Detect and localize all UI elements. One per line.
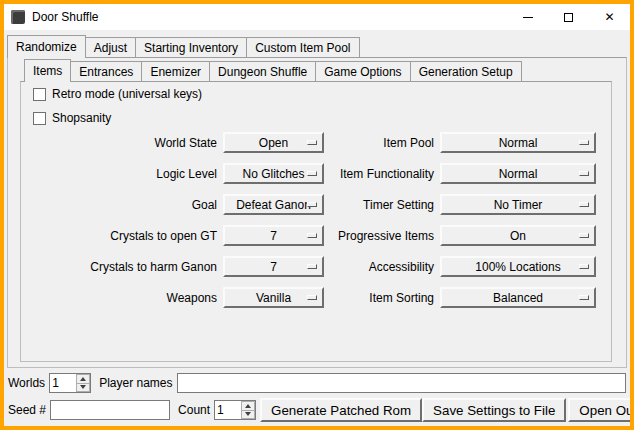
- dropdown-indicator-icon: [579, 264, 589, 269]
- minimize-icon: [523, 17, 533, 18]
- crystals-harm-ganon-dropdown[interactable]: 7: [223, 256, 324, 277]
- checkbox-icon: [33, 88, 46, 101]
- world-state-dropdown[interactable]: Open: [223, 132, 324, 153]
- tab-game-options-label: Game Options: [324, 65, 401, 79]
- tab-starting-inventory[interactable]: Starting Inventory: [135, 37, 247, 57]
- worlds-label: Worlds: [8, 376, 45, 390]
- generate-patched-rom-button[interactable]: Generate Patched Rom: [260, 398, 422, 422]
- accessibility-dropdown[interactable]: 100% Locations: [440, 256, 596, 277]
- shopsanity-checkbox[interactable]: Shopsanity: [33, 110, 111, 126]
- tab-starting-inventory-label: Starting Inventory: [144, 41, 238, 55]
- close-button[interactable]: ✕: [589, 4, 630, 30]
- minimize-button[interactable]: [507, 4, 548, 30]
- dropdown-indicator-icon: [307, 295, 317, 300]
- tab-entrances[interactable]: Entrances: [70, 61, 142, 81]
- maximize-button[interactable]: [548, 4, 589, 30]
- titlebar: Door Shuffle ✕: [4, 4, 630, 30]
- dropdown-indicator-icon: [579, 202, 589, 207]
- weapons-label: Weapons: [21, 291, 217, 305]
- accessibility-value: 100% Locations: [475, 260, 560, 274]
- goal-label: Goal: [21, 198, 217, 212]
- tab-custom-item-pool[interactable]: Custom Item Pool: [246, 37, 359, 57]
- tab-adjust-label: Adjust: [94, 41, 127, 55]
- dropdown-indicator-icon: [579, 233, 589, 238]
- dropdown-indicator-icon: [307, 233, 317, 238]
- dropdown-indicator-icon: [307, 202, 317, 207]
- item-functionality-value: Normal: [499, 167, 538, 181]
- maximize-icon: [564, 13, 573, 22]
- count-label: Count: [178, 403, 210, 417]
- save-settings-button[interactable]: Save Settings to File: [422, 398, 566, 422]
- tab-game-options[interactable]: Game Options: [315, 61, 410, 81]
- progressive-items-label: Progressive Items: [330, 229, 434, 243]
- outer-tab-bar: Randomize Adjust Starting Inventory Cust…: [7, 34, 360, 57]
- player-names-label: Player names: [99, 376, 172, 390]
- dropdown-indicator-icon: [579, 295, 589, 300]
- worlds-stepper[interactable]: [49, 373, 91, 393]
- accessibility-label: Accessibility: [330, 260, 434, 274]
- dropdown-indicator-icon: [307, 171, 317, 176]
- timer-setting-value: No Timer: [494, 198, 543, 212]
- retro-mode-label: Retro mode (universal keys): [52, 87, 202, 101]
- open-output-directory-button[interactable]: Open Output Directory: [568, 398, 634, 422]
- item-pool-dropdown[interactable]: Normal: [440, 132, 596, 153]
- tab-dungeon-shuffle[interactable]: Dungeon Shuffle: [209, 61, 316, 81]
- checkbox-icon: [33, 112, 46, 125]
- crystals-open-gt-dropdown[interactable]: 7: [223, 225, 324, 246]
- logic-level-dropdown[interactable]: No Glitches: [223, 163, 324, 184]
- world-state-value: Open: [259, 136, 288, 150]
- arrow-down-icon: [245, 412, 251, 416]
- tab-entrances-label: Entrances: [79, 65, 133, 79]
- tab-enemizer[interactable]: Enemizer: [141, 61, 210, 81]
- goal-value: Defeat Ganon: [236, 198, 311, 212]
- tab-randomize-label: Randomize: [16, 40, 77, 54]
- inner-tab-bar: Items Entrances Enemizer Dungeon Shuffle…: [24, 58, 522, 81]
- item-pool-label: Item Pool: [330, 136, 434, 150]
- spinner-down-button[interactable]: [241, 410, 255, 420]
- timer-setting-label: Timer Setting: [330, 198, 434, 212]
- seed-input[interactable]: [50, 400, 170, 420]
- shopsanity-label: Shopsanity: [52, 111, 111, 125]
- player-names-input[interactable]: [177, 373, 627, 393]
- worlds-stepper-buttons: [76, 374, 90, 392]
- tab-generation-setup[interactable]: Generation Setup: [410, 61, 522, 81]
- crystals-harm-ganon-value: 7: [270, 260, 277, 274]
- crystals-harm-ganon-label: Crystals to harm Ganon: [21, 260, 217, 274]
- weapons-dropdown[interactable]: Vanilla: [223, 287, 324, 308]
- retro-mode-checkbox[interactable]: Retro mode (universal keys): [33, 86, 202, 102]
- items-pane: Retro mode (universal keys) Shopsanity W…: [20, 81, 612, 362]
- progressive-items-dropdown[interactable]: On: [440, 225, 596, 246]
- worlds-input[interactable]: [50, 374, 76, 392]
- crystals-open-gt-label: Crystals to open GT: [21, 229, 217, 243]
- item-pool-value: Normal: [499, 136, 538, 150]
- tab-adjust[interactable]: Adjust: [85, 37, 136, 57]
- logic-level-value: No Glitches: [242, 167, 304, 181]
- window: Door Shuffle ✕ Randomize Adjust Starting…: [0, 0, 634, 430]
- timer-setting-dropdown[interactable]: No Timer: [440, 194, 596, 215]
- progressive-items-value: On: [510, 229, 526, 243]
- item-sorting-dropdown[interactable]: Balanced: [440, 287, 596, 308]
- count-stepper[interactable]: [214, 400, 256, 420]
- item-sorting-value: Balanced: [493, 291, 543, 305]
- tab-randomize[interactable]: Randomize: [7, 35, 86, 58]
- weapons-value: Vanilla: [256, 291, 291, 305]
- tab-custom-item-pool-label: Custom Item Pool: [255, 41, 350, 55]
- dropdown-indicator-icon: [579, 171, 589, 176]
- tab-items[interactable]: Items: [24, 59, 71, 82]
- app-icon: [11, 10, 25, 24]
- seed-label: Seed #: [8, 403, 46, 417]
- goal-dropdown[interactable]: Defeat Ganon: [223, 194, 324, 215]
- arrow-up-icon: [80, 377, 86, 381]
- spinner-down-button[interactable]: [76, 383, 90, 393]
- tab-enemizer-label: Enemizer: [150, 65, 201, 79]
- crystals-open-gt-value: 7: [270, 229, 277, 243]
- client-area: Randomize Adjust Starting Inventory Cust…: [4, 30, 630, 426]
- item-sorting-label: Item Sorting: [330, 291, 434, 305]
- logic-level-label: Logic Level: [21, 167, 217, 181]
- count-input[interactable]: [215, 401, 241, 419]
- window-title: Door Shuffle: [32, 10, 99, 24]
- count-stepper-buttons: [241, 401, 255, 419]
- item-functionality-label: Item Functionality: [330, 167, 434, 181]
- item-functionality-dropdown[interactable]: Normal: [440, 163, 596, 184]
- worlds-row: Worlds Player names: [8, 372, 626, 394]
